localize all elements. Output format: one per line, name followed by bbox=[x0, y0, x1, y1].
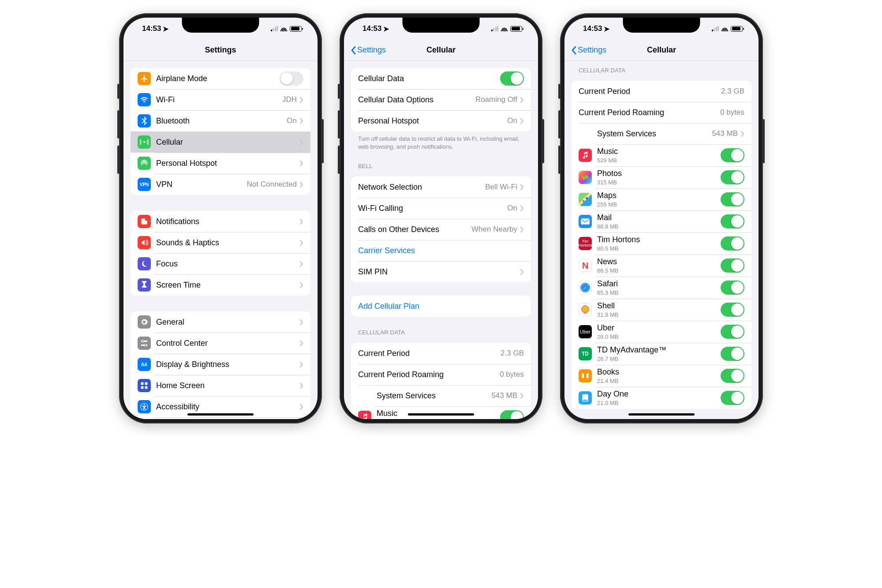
mail-app-icon bbox=[579, 215, 592, 228]
row-current-period-roaming[interactable]: Current Period Roaming0 bytes bbox=[351, 364, 531, 385]
books-toggle[interactable] bbox=[721, 369, 744, 383]
shell-app-icon bbox=[579, 303, 592, 316]
row-td-myadvantage-[interactable]: TDTD MyAdvantage™26.7 MB bbox=[572, 343, 751, 365]
row-sublabel: 65.3 MB bbox=[597, 289, 721, 296]
row-label: Display & Brightness bbox=[156, 360, 297, 369]
row-control-center[interactable]: Control Center bbox=[131, 333, 310, 354]
row-sounds-haptics[interactable]: Sounds & Haptics bbox=[131, 232, 310, 253]
row-photos[interactable]: Photos315 MB bbox=[572, 166, 751, 188]
back-button[interactable]: Settings bbox=[350, 45, 386, 55]
row-general[interactable]: General bbox=[131, 311, 310, 333]
home-indicator[interactable] bbox=[408, 413, 474, 416]
row-personal-hotspot[interactable]: Personal Hotspot bbox=[131, 153, 310, 174]
row-value: Roaming Off bbox=[475, 95, 517, 104]
row-label: Day One bbox=[597, 390, 721, 399]
maps-toggle[interactable] bbox=[721, 192, 744, 206]
row-home-screen[interactable]: Home Screen bbox=[131, 375, 310, 396]
chevron-right-icon bbox=[520, 97, 524, 103]
row-cellular-data[interactable]: Cellular Data bbox=[351, 68, 531, 89]
cellular-list[interactable]: Cellular DataCellular Data OptionsRoamin… bbox=[344, 61, 538, 419]
chevron-left-icon bbox=[350, 46, 356, 55]
row-system-services[interactable]: System Services543 MB bbox=[351, 385, 531, 406]
td-myadvantage--toggle[interactable] bbox=[721, 347, 744, 361]
row-label: Accessibility bbox=[156, 402, 297, 412]
tim-hortons-toggle[interactable] bbox=[721, 236, 744, 251]
row-cellular[interactable]: Cellular bbox=[131, 131, 310, 153]
settings-list[interactable]: Airplane ModeWi-FiJDHBluetoothOnCellular… bbox=[123, 61, 318, 419]
row-value: On bbox=[507, 204, 517, 213]
row-current-period-roaming[interactable]: Current Period Roaming0 bytes bbox=[572, 102, 751, 123]
row-system-services[interactable]: System Services543 MB bbox=[572, 123, 751, 144]
row-tim-hortons[interactable]: TimHortonsTim Hortons80.5 MB bbox=[572, 232, 751, 255]
row-mail[interactable]: Mail88.8 MB bbox=[572, 210, 751, 232]
airplane-mode-toggle[interactable] bbox=[280, 71, 303, 86]
row-bluetooth[interactable]: BluetoothOn bbox=[131, 110, 310, 131]
back-button[interactable]: Settings bbox=[571, 45, 606, 55]
row-wi-fi-calling[interactable]: Wi-Fi CallingOn bbox=[351, 198, 531, 219]
cellular-data-toggle[interactable] bbox=[500, 71, 524, 86]
books-app-icon bbox=[579, 369, 592, 382]
row-label: Cellular Data Options bbox=[358, 95, 472, 105]
chevron-right-icon bbox=[299, 160, 303, 167]
photos-toggle[interactable] bbox=[721, 170, 744, 184]
row-sublabel: 255 MB bbox=[597, 201, 721, 208]
svg-rect-26 bbox=[581, 218, 590, 224]
svg-rect-9 bbox=[145, 382, 148, 385]
row-screen-time[interactable]: Screen Time bbox=[131, 274, 310, 296]
row-label: Bluetooth bbox=[156, 116, 283, 126]
row-current-period[interactable]: Current Period2.3 GB bbox=[351, 343, 531, 364]
home-indicator[interactable] bbox=[628, 413, 695, 416]
row-label: Airplane Mode bbox=[156, 74, 280, 83]
row-label: Network Selection bbox=[358, 183, 482, 192]
chevron-right-icon bbox=[520, 269, 524, 275]
row-news[interactable]: NNews66.5 MB bbox=[572, 255, 751, 277]
row-value: 2.3 GB bbox=[721, 87, 744, 96]
home-indicator[interactable] bbox=[187, 413, 254, 416]
row-sim-pin[interactable]: SIM PIN bbox=[351, 261, 531, 282]
nav-bar: Settings bbox=[123, 40, 318, 61]
phone-frame-2: 14:53➤ Settings Cellular Cellular DataCe… bbox=[340, 13, 542, 423]
row-shell[interactable]: Shell31.9 MB bbox=[572, 299, 751, 321]
day-one-toggle[interactable] bbox=[721, 391, 744, 405]
row-display-brightness[interactable]: AADisplay & Brightness bbox=[131, 354, 310, 375]
row-label: Add Cellular Plan bbox=[358, 302, 524, 311]
safari-toggle[interactable] bbox=[721, 281, 744, 295]
mail-toggle[interactable] bbox=[721, 214, 744, 228]
row-current-period[interactable]: Current Period2.3 GB bbox=[572, 81, 751, 102]
row-day-one[interactable]: Day One21.0 MB bbox=[572, 387, 751, 409]
music-toggle[interactable] bbox=[500, 410, 524, 419]
row-label: Sounds & Haptics bbox=[156, 238, 297, 247]
row-vpn[interactable]: VPNVPNNot Connected bbox=[131, 174, 310, 195]
row-airplane-mode[interactable]: Airplane Mode bbox=[131, 68, 310, 89]
row-wi-fi[interactable]: Wi-FiJDH bbox=[131, 89, 310, 110]
music-toggle[interactable] bbox=[721, 148, 744, 162]
row-carrier-services[interactable]: Carrier Services bbox=[351, 240, 531, 261]
accessibility-icon bbox=[138, 400, 151, 413]
row-wallpaper[interactable]: Wallpaper bbox=[131, 417, 310, 419]
row-uber[interactable]: UberUber28.0 MB bbox=[572, 321, 751, 343]
chevron-right-icon bbox=[520, 393, 524, 399]
row-maps[interactable]: Maps255 MB bbox=[572, 188, 751, 210]
row-network-selection[interactable]: Network SelectionBell Wi-Fi bbox=[351, 176, 531, 198]
row-notifications[interactable]: Notifications bbox=[131, 211, 310, 232]
shell-toggle[interactable] bbox=[721, 303, 744, 317]
cellular-data-list[interactable]: CELLULAR DATACurrent Period2.3 GBCurrent… bbox=[564, 61, 759, 419]
bluetooth-icon bbox=[138, 114, 151, 127]
cellular-data-section-header: CELLULAR DATA bbox=[344, 317, 538, 338]
row-focus[interactable]: Focus bbox=[131, 253, 310, 274]
uber-toggle[interactable] bbox=[721, 325, 744, 339]
row-music[interactable]: Music529 MB bbox=[572, 144, 751, 166]
row-safari[interactable]: Safari65.3 MB bbox=[572, 277, 751, 299]
row-add-cellular-plan[interactable]: Add Cellular Plan bbox=[351, 296, 531, 317]
settings-group: Current Period2.3 GBCurrent Period Roami… bbox=[351, 343, 531, 419]
row-books[interactable]: Books21.4 MB bbox=[572, 365, 751, 387]
chevron-right-icon bbox=[299, 240, 303, 246]
row-music[interactable]: Music529 MB bbox=[351, 406, 531, 419]
row-personal-hotspot[interactable]: Personal HotspotOn bbox=[351, 110, 531, 131]
news-toggle[interactable] bbox=[721, 258, 744, 273]
row-calls-on-other-devices[interactable]: Calls on Other DevicesWhen Nearby bbox=[351, 219, 531, 240]
cellular-icon bbox=[138, 135, 151, 149]
row-cellular-data-options[interactable]: Cellular Data OptionsRoaming Off bbox=[351, 89, 531, 110]
svg-rect-11 bbox=[145, 386, 148, 389]
general-icon bbox=[138, 315, 151, 329]
